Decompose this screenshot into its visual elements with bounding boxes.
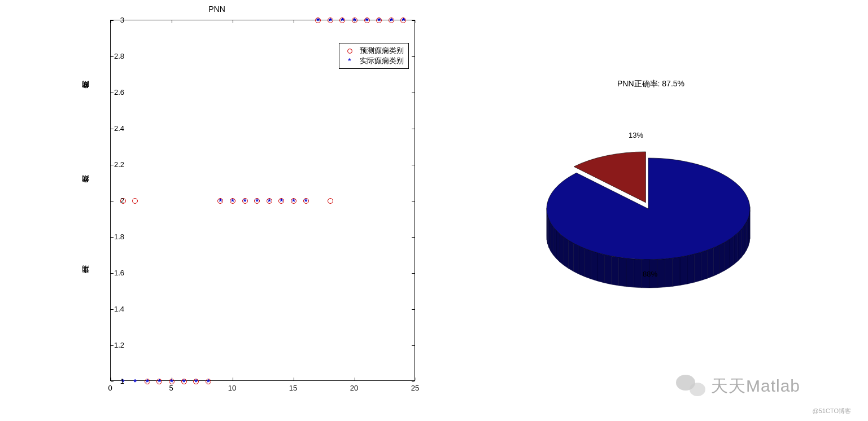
x-tick: 25 xyxy=(407,384,424,392)
legend-label: 实际癫痫类别 xyxy=(360,56,404,66)
actual-point: * xyxy=(219,197,222,205)
plot-area: 预测癫痫类别 * 实际癫痫类别 ************************ xyxy=(110,20,415,381)
watermark: 天天Matlab xyxy=(676,374,800,398)
y-tick: 1.8 xyxy=(107,233,124,241)
actual-point: * xyxy=(304,197,308,205)
legend-label: 预测癫痫类别 xyxy=(360,46,404,56)
actual-point: * xyxy=(133,378,137,386)
scatter-title: PNN xyxy=(0,5,434,14)
star-icon: * xyxy=(344,56,355,65)
actual-point: * xyxy=(158,378,161,386)
actual-point: * xyxy=(194,378,198,386)
wechat-icon xyxy=(676,374,705,398)
y-tick: 2 xyxy=(107,196,124,205)
actual-point: * xyxy=(231,197,234,205)
pie-chart: PNN正确率: 87.5% 13% 88% xyxy=(434,0,868,421)
actual-point: * xyxy=(377,16,381,25)
actual-point: * xyxy=(268,197,271,205)
actual-point: * xyxy=(316,16,320,25)
actual-point: * xyxy=(353,16,356,25)
y-tick: 2.8 xyxy=(107,52,124,60)
actual-point: * xyxy=(146,378,149,386)
y-tick: 1.4 xyxy=(107,305,124,313)
actual-point: * xyxy=(255,197,259,205)
legend-item-predicted: 预测癫痫类别 xyxy=(344,46,404,56)
x-tick: 20 xyxy=(346,384,363,392)
legend-item-actual: * 实际癫痫类别 xyxy=(344,56,404,66)
pie-label-large: 88% xyxy=(643,270,657,278)
pie-label-small: 13% xyxy=(629,131,643,139)
predicted-point xyxy=(328,198,333,204)
y-tick: 2.4 xyxy=(107,124,124,133)
actual-point: * xyxy=(243,197,247,205)
watermark-sub: @51CTO博客 xyxy=(813,407,851,415)
pie-title: PNN正确率: 87.5% xyxy=(434,79,868,89)
actual-point: * xyxy=(402,16,405,25)
actual-point: * xyxy=(329,16,332,25)
actual-point: * xyxy=(365,16,369,25)
legend-box: 预测癫痫类别 * 实际癫痫类别 xyxy=(339,43,409,69)
actual-point: * xyxy=(292,197,295,205)
y-tick: 2.2 xyxy=(107,160,124,169)
actual-point: * xyxy=(207,378,210,386)
y-tick: 1.6 xyxy=(107,269,124,277)
y-tick: 3 xyxy=(107,16,124,24)
x-tick: 5 xyxy=(163,384,180,392)
actual-point: * xyxy=(341,16,344,25)
y-tick: 1.2 xyxy=(107,341,124,349)
actual-point: * xyxy=(390,16,393,25)
scatter-chart: PNN 预测癫痫类别 * 实际癫痫类别 ********************… xyxy=(0,0,434,421)
y-tick: 2.6 xyxy=(107,88,124,97)
pie-slice xyxy=(547,158,750,260)
actual-point: * xyxy=(182,378,186,386)
circle-icon xyxy=(344,47,355,55)
actual-point: * xyxy=(280,197,283,205)
predicted-point xyxy=(132,198,138,204)
x-tick: 10 xyxy=(224,384,241,392)
x-tick: 0 xyxy=(102,384,119,392)
x-tick: 15 xyxy=(285,384,302,392)
watermark-text: 天天Matlab xyxy=(711,375,800,398)
